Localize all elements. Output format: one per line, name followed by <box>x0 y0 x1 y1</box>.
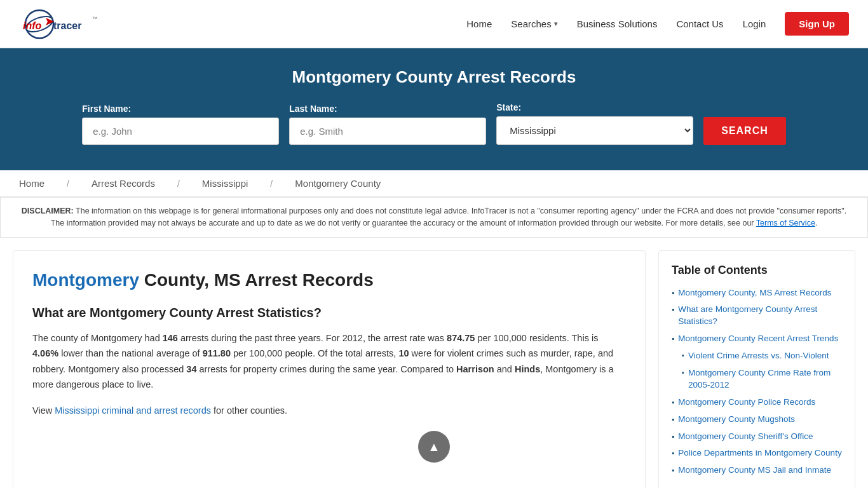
last-name-label: Last Name: <box>289 104 337 114</box>
nav-searches[interactable]: Searches ▾ <box>511 18 557 29</box>
svg-text:™: ™ <box>92 16 97 22</box>
p1-violent: 10 <box>398 348 409 358</box>
p1-rate: 874.75 <box>447 333 475 343</box>
state-select[interactable]: Mississippi Alabama Alaska Arizona Arkan… <box>496 116 693 145</box>
toc-link-5[interactable]: Montgomery County Crime Rate from 2005-2… <box>688 367 842 391</box>
nav-contact-us[interactable]: Contact Us <box>676 18 723 29</box>
toc-link-2[interactable]: What are Montgomery County Arrest Statis… <box>678 304 842 328</box>
content-title-highlight: Montgomery <box>32 270 139 290</box>
p1-national: 911.80 <box>203 348 231 358</box>
breadcrumb-separator-1: / <box>67 179 69 189</box>
toc-item-6: Montgomery County Police Records <box>672 396 842 409</box>
login-button[interactable]: Login <box>743 18 766 29</box>
hero-title: Montgomery County Arrest Records <box>13 67 855 87</box>
disclaimer-text: The information on this webpage is for g… <box>51 207 847 227</box>
breadcrumb-separator-2: / <box>177 179 180 189</box>
toc-item-1: Montgomery County, MS Arrest Records <box>672 287 842 299</box>
state-group: State: Mississippi Alabama Alaska Arizon… <box>496 102 693 145</box>
breadcrumb-home[interactable]: Home <box>19 178 44 189</box>
p1-text3: per 100,000 residents. This is <box>475 333 598 343</box>
toc-sidebar: Table of Contents Montgomery County, MS … <box>658 250 855 489</box>
p1-county2: Hinds <box>515 364 540 374</box>
p1-text8: and <box>494 364 515 374</box>
toc-link-6[interactable]: Montgomery County Police Records <box>678 396 815 409</box>
content-title-rest: County, MS Arrest Records <box>139 270 374 290</box>
first-name-label: First Name: <box>82 104 131 114</box>
toc-heading: Table of Contents <box>672 264 842 277</box>
breadcrumb-arrest-records[interactable]: Arrest Records <box>92 178 155 189</box>
site-header: info tracer ™ Home Searches ▾ Business S… <box>0 0 868 48</box>
toc-item-5: Montgomery County Crime Rate from 2005-2… <box>672 367 842 391</box>
first-name-input[interactable] <box>82 118 279 145</box>
p1-text7: arrests for property crimes during the s… <box>196 364 456 374</box>
nav-business-solutions[interactable]: Business Solutions <box>577 18 658 29</box>
first-name-group: First Name: <box>82 104 279 145</box>
toc-link-4[interactable]: Violent Crime Arrests vs. Non-Violent <box>688 350 829 362</box>
toc-item-9: Police Departments in Montgomery County <box>672 447 842 459</box>
search-button[interactable]: SEARCH <box>703 117 786 145</box>
section1-heading: What are Montgomery County Arrest Statis… <box>32 306 626 320</box>
last-name-group: Last Name: <box>289 104 486 145</box>
breadcrumb-mississippi[interactable]: Mississippi <box>202 178 248 189</box>
scroll-top-button[interactable]: ▲ <box>418 431 450 463</box>
toc-item-2: What are Montgomery County Arrest Statis… <box>672 304 842 328</box>
searches-chevron-icon: ▾ <box>554 20 558 28</box>
last-name-input[interactable] <box>289 118 486 145</box>
p1-county1: Harrison <box>456 364 494 374</box>
p2-prefix: View <box>32 405 55 416</box>
signup-button[interactable]: Sign Up <box>785 12 849 36</box>
svg-text:tracer: tracer <box>53 20 81 31</box>
breadcrumb: Home / Arrest Records / Mississippi / Mo… <box>0 170 868 197</box>
disclaimer-suffix: . <box>815 219 817 227</box>
disclaimer-tos-link[interactable]: Terms of Service <box>756 219 815 227</box>
main-nav: Home Searches ▾ Business Solutions Conta… <box>466 12 849 36</box>
p1-text5: per 100,000 people. Of the total arrests… <box>231 348 398 358</box>
toc-link-1[interactable]: Montgomery County, MS Arrest Records <box>678 287 831 299</box>
toc-link-10[interactable]: Montgomery County MS Jail and Inmate <box>678 464 831 477</box>
nav-searches-link[interactable]: Searches <box>511 18 551 29</box>
section1-paragraph1: The county of Montgomery had 146 arrests… <box>32 330 626 393</box>
nav-home[interactable]: Home <box>466 18 492 29</box>
disclaimer-bar: DISCLAIMER: The information on this webp… <box>0 197 868 238</box>
breadcrumb-separator-3: / <box>270 179 273 189</box>
p1-text1: The county of Montgomery had <box>32 333 163 343</box>
search-form: First Name: Last Name: State: Mississipp… <box>85 102 783 145</box>
toc-item-8: Montgomery County Sheriff's Office <box>672 431 842 443</box>
ms-records-link[interactable]: Mississippi criminal and arrest records <box>55 405 211 416</box>
toc-link-7[interactable]: Montgomery County Mugshots <box>678 414 795 426</box>
toc-list: Montgomery County, MS Arrest Records Wha… <box>672 287 842 477</box>
section1-paragraph2: View Mississippi criminal and arrest rec… <box>32 403 626 419</box>
p1-arrests: 146 <box>163 333 178 343</box>
toc-item-4: Violent Crime Arrests vs. Non-Violent <box>672 350 842 362</box>
state-label: State: <box>496 102 521 112</box>
logo-svg: info tracer ™ <box>19 6 102 41</box>
toc-link-3[interactable]: Montgomery County Recent Arrest Trends <box>678 333 838 345</box>
content-main-title: Montgomery County, MS Arrest Records <box>32 270 626 290</box>
toc-item-10: Montgomery County MS Jail and Inmate <box>672 464 842 477</box>
p1-text2: arrests during the past three years. For… <box>178 333 447 343</box>
toc-item-3: Montgomery County Recent Arrest Trends <box>672 333 842 345</box>
toc-item-7: Montgomery County Mugshots <box>672 414 842 426</box>
toc-link-8[interactable]: Montgomery County Sheriff's Office <box>678 431 813 443</box>
p1-lower: 4.06% <box>32 348 58 358</box>
p1-text4: lower than the national average of <box>58 348 203 358</box>
p2-suffix: for other counties. <box>211 405 287 416</box>
breadcrumb-montgomery-county[interactable]: Montgomery County <box>295 178 381 189</box>
p1-property: 34 <box>186 364 196 374</box>
hero-section: Montgomery County Arrest Records First N… <box>0 48 868 170</box>
content-area: Montgomery County, MS Arrest Records Wha… <box>13 250 646 489</box>
toc-link-9[interactable]: Police Departments in Montgomery County <box>678 447 841 459</box>
logo[interactable]: info tracer ™ <box>19 6 102 41</box>
disclaimer-label: DISCLAIMER: <box>22 207 74 215</box>
svg-text:info: info <box>23 20 42 31</box>
